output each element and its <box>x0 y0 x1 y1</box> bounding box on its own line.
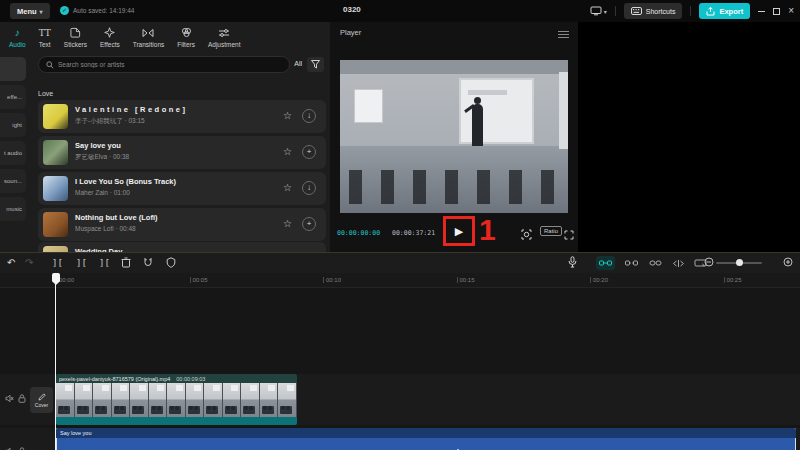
tab-text[interactable]: TT Text <box>39 27 51 48</box>
add-to-timeline-icon[interactable]: + <box>302 217 316 231</box>
zoom-in-icon[interactable] <box>783 257 793 271</box>
cover-button-label: Cover <box>35 402 48 408</box>
audio-clip[interactable]: Say love you <box>56 428 796 450</box>
video-clip-header: pexels-pavel-daniyuk-8716579 (Original).… <box>56 374 297 383</box>
sliders-icon <box>218 27 230 39</box>
filter-all-label[interactable]: All <box>294 60 302 67</box>
close-button[interactable]: × <box>788 6 794 16</box>
favorite-star-icon[interactable]: ☆ <box>283 146 292 158</box>
filmstrip-frame <box>167 383 186 417</box>
zoom-slider-thumb[interactable] <box>736 259 743 266</box>
favorite-star-icon[interactable]: ☆ <box>283 218 292 230</box>
split-icon[interactable]: ][ <box>52 256 63 270</box>
microphone-icon[interactable] <box>568 256 577 272</box>
video-clip[interactable]: pexels-pavel-daniyuk-8716579 (Original).… <box>56 374 297 425</box>
link-clips-icon[interactable] <box>646 256 665 270</box>
export-button-label: Export <box>719 7 743 16</box>
cover-button[interactable]: Cover <box>30 387 53 413</box>
magnet-toggle[interactable] <box>596 256 615 270</box>
delete-left-icon[interactable]: ][ <box>76 256 87 270</box>
rail-item-4[interactable]: soun... <box>0 169 26 193</box>
minimize-button[interactable] <box>758 11 765 12</box>
song-card[interactable]: Say love you 罗艺敏Elva · 00:38 ☆ + <box>38 136 326 169</box>
download-icon[interactable]: ↓ <box>302 181 316 195</box>
audio-waveform <box>58 446 794 450</box>
video-frame <box>340 60 568 213</box>
search-input[interactable] <box>58 61 258 68</box>
titlebar-right: ▾ Shortcuts Export × <box>590 0 794 22</box>
play-button[interactable]: ▶ <box>455 225 463 238</box>
tab-adjustment[interactable]: Adjustment <box>208 27 241 48</box>
tab-audio[interactable]: ♪ Audio <box>9 27 26 48</box>
keyboard-icon <box>631 7 642 15</box>
tab-effects[interactable]: Effects <box>100 27 120 48</box>
tab-stickers[interactable]: Stickers <box>64 27 87 48</box>
display-layout-icon[interactable]: ▾ <box>590 6 607 16</box>
download-icon[interactable]: ↓ <box>302 109 316 123</box>
filters-icon <box>181 27 192 39</box>
audio-note-icon: ♪ <box>15 27 20 39</box>
tab-transitions[interactable]: Transitions <box>133 27 165 48</box>
rail-item-1[interactable]: effe... <box>0 85 26 109</box>
time-ruler[interactable]: 00:0000:0500:1000:1500:2000:25 <box>0 273 800 288</box>
song-card[interactable]: Valentine [Redone] 李子-小姐我玩了 · 03:15 ☆ ↓ <box>38 100 326 133</box>
song-card[interactable]: Wedding Day <box>38 242 326 252</box>
preview-focus-icon[interactable] <box>521 226 532 244</box>
menu-button-label: Menu <box>17 7 37 16</box>
tab-filters[interactable]: Filters <box>177 27 195 48</box>
ruler-tick <box>190 277 191 283</box>
sparkle-icon <box>104 27 115 39</box>
export-button[interactable]: Export <box>699 3 750 19</box>
empty-workspace <box>578 22 800 252</box>
linking-toggle[interactable] <box>622 256 641 270</box>
audio-clip-header: Say love you <box>56 428 796 438</box>
player-panel: Player 00:00:00:00 00:00:37:21 ▶ 1 Ratio <box>330 22 578 252</box>
chevron-down-icon: ▾ <box>40 8 43 15</box>
delete-icon[interactable] <box>121 257 131 272</box>
annotation-box: ▶ <box>443 216 475 246</box>
delete-right-icon[interactable]: ][ <box>99 256 110 270</box>
total-timecode: 00:00:37:21 <box>392 229 435 237</box>
song-card[interactable]: I Love You So (Bonus Track) Maher Zain ·… <box>38 172 326 205</box>
search-bar[interactable] <box>38 56 290 73</box>
library-tabs: ♪ Audio TT Text Stickers Effects Transit… <box>0 22 330 52</box>
rail-item-5[interactable]: music <box>0 197 26 221</box>
autosave-status: ✓ Auto saved: 14:19:44 <box>60 6 134 15</box>
filmstrip-frame <box>130 383 149 417</box>
shield-snap-icon[interactable] <box>166 257 176 272</box>
redo-icon[interactable]: ↷ <box>25 256 33 270</box>
favorite-star-icon[interactable]: ☆ <box>283 182 292 194</box>
rail-item-2[interactable]: ight <box>0 113 26 137</box>
ruler-label: 00:05 <box>193 277 208 283</box>
rail-item-0[interactable] <box>0 57 26 81</box>
filmstrip-frame <box>112 383 131 417</box>
mute-speaker-icon[interactable] <box>5 394 14 403</box>
fullscreen-icon[interactable] <box>564 226 574 244</box>
magnet-icon[interactable] <box>143 257 153 272</box>
song-thumbnail <box>43 140 68 165</box>
filmstrip-frame <box>93 383 112 417</box>
filmstrip-frame <box>204 383 223 417</box>
zoom-out-icon[interactable] <box>704 257 714 271</box>
maximize-button[interactable] <box>773 8 780 15</box>
project-title: 0320 <box>343 5 361 14</box>
menu-button[interactable]: Menu ▾ <box>10 3 50 19</box>
song-card[interactable]: Nothing but Love (Lofi) Muspace Lofi · 0… <box>38 208 326 241</box>
player-title: Player <box>340 28 361 37</box>
mirror-clip-icon[interactable] <box>669 256 688 270</box>
add-to-timeline-icon[interactable]: + <box>302 145 316 159</box>
video-clip-name: pexels-pavel-daniyuk-8716579 (Original).… <box>59 376 170 382</box>
lock-icon[interactable] <box>18 394 26 403</box>
ratio-button[interactable]: Ratio <box>540 226 562 236</box>
favorite-star-icon[interactable]: ☆ <box>283 110 292 122</box>
zoom-slider[interactable] <box>716 262 762 264</box>
filter-icon[interactable] <box>307 57 324 72</box>
rail-item-3[interactable]: t audio <box>0 141 26 165</box>
undo-icon[interactable]: ↶ <box>7 256 15 270</box>
ruler-tick <box>457 277 458 283</box>
audio-library: effe... ight t audio soun... music All L… <box>0 52 330 252</box>
player-menu-icon[interactable] <box>558 29 569 40</box>
shortcuts-button[interactable]: Shortcuts <box>624 3 683 19</box>
scene-chairs <box>349 170 559 204</box>
ruler-label: 00:15 <box>460 277 475 283</box>
